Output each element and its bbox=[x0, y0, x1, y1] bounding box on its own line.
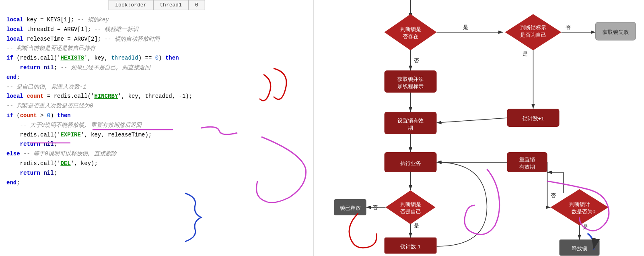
svg-text:执行业务: 执行业务 bbox=[400, 160, 421, 166]
svg-text:判断锁计: 判断锁计 bbox=[569, 201, 590, 207]
svg-text:锁计数+1: 锁计数+1 bbox=[522, 116, 544, 122]
svg-text:否是自己: 否是自己 bbox=[400, 209, 421, 215]
code-line-12: -- 大于0说明不能释放锁, 重置有效期然后返回 bbox=[6, 121, 307, 130]
code-line-1: local key = KEYS[1]; -- 锁的key bbox=[6, 15, 307, 25]
svg-text:判断锁是: 判断锁是 bbox=[400, 201, 421, 207]
code-content: local key = KEYS[1]; -- 锁的key local thre… bbox=[6, 15, 307, 188]
svg-text:获取锁失败: 获取锁失败 bbox=[603, 29, 629, 35]
svg-text:否: 否 bbox=[551, 192, 556, 198]
svg-text:加线程标示: 加线程标示 bbox=[397, 83, 424, 89]
code-line-2: local threadId = ARGV[1]; -- 线程唯一标识 bbox=[6, 25, 307, 35]
node-count-plus: 锁计数+1 bbox=[507, 109, 560, 127]
table-col3: 0 bbox=[188, 0, 205, 10]
code-line-11: if (count > 0) then bbox=[6, 111, 307, 121]
svg-text:是: 是 bbox=[463, 24, 468, 30]
svg-text:锁已释放: 锁已释放 bbox=[339, 205, 361, 211]
node-judge-lock-exists: 判断锁是 否存在 bbox=[385, 14, 437, 50]
code-line-6: return nil; -- 如果已经不是自己, 则直接返回 bbox=[6, 63, 307, 73]
svg-text:否: 否 bbox=[566, 24, 571, 30]
node-get-fail: 获取锁失败 bbox=[596, 22, 636, 40]
node-set-expiry: 设置锁有效 期 bbox=[385, 112, 437, 134]
svg-text:判断锁是: 判断锁是 bbox=[400, 26, 421, 32]
svg-marker-5 bbox=[385, 14, 437, 50]
svg-text:判断锁标示: 判断锁标示 bbox=[520, 25, 546, 31]
svg-text:有效期: 有效期 bbox=[519, 164, 535, 170]
node-lock-released: 锁已释放 bbox=[334, 199, 366, 215]
svg-text:否: 否 bbox=[414, 58, 419, 64]
node-execute-biz: 执行业务 bbox=[385, 152, 437, 172]
node-reset-expiry: 重置锁 有效期 bbox=[507, 152, 547, 172]
code-line-18: end; bbox=[6, 178, 307, 188]
code-panel: lock:order thread1 0 local key = KEYS[1]… bbox=[0, 0, 314, 256]
code-line-4: -- 判断当前锁是否还是被自己持有 bbox=[6, 44, 307, 54]
node-judge-self2: 判断锁是 否是自己 bbox=[386, 190, 436, 224]
lock-table: lock:order thread1 0 bbox=[108, 0, 205, 10]
node-judge-self: 判断锁标示 是否为自己 bbox=[505, 14, 562, 50]
code-line-17: return nil; bbox=[6, 169, 307, 178]
node-get-lock: 获取锁并添 加线程标示 bbox=[385, 70, 437, 93]
table-col1: lock:order bbox=[109, 0, 153, 10]
flowchart-panel: 判断锁是 否存在 否 获取锁并添 加线程标示 设置锁有效 期 执行业务 bbox=[314, 0, 644, 256]
svg-text:设置锁有效: 设置锁有效 bbox=[397, 118, 424, 124]
code-line-16: redis.call('DEL', key); bbox=[6, 159, 307, 169]
svg-text:锁计数-1: 锁计数-1 bbox=[400, 244, 421, 250]
code-line-15: else -- 等于0说明可以释放锁, 直接删除 bbox=[6, 149, 307, 159]
code-line-10: -- 判断是否重入次数是否已经为0 bbox=[6, 101, 307, 111]
svg-text:否存在: 否存在 bbox=[403, 33, 418, 39]
table-col2: thread1 bbox=[153, 0, 189, 10]
code-line-9: local count = redis.call('HINCRBY', key,… bbox=[6, 92, 307, 101]
svg-text:释放锁: 释放锁 bbox=[572, 246, 587, 252]
svg-text:获取锁并添: 获取锁并添 bbox=[397, 76, 424, 82]
code-line-8: -- 是自己的锁, 则重入次数-1 bbox=[6, 83, 307, 92]
svg-text:数是否为0: 数是否为0 bbox=[572, 209, 595, 215]
svg-text:期: 期 bbox=[408, 125, 413, 131]
node-count-minus: 锁计数-1 bbox=[385, 237, 437, 254]
code-line-7: end; bbox=[6, 73, 307, 83]
svg-text:是: 是 bbox=[414, 223, 419, 229]
code-line-5: if (redis.call('HEXISTS', key, threadId)… bbox=[6, 54, 307, 63]
code-line-13: redis.call('EXPIRE', key, releaseTime); bbox=[6, 130, 307, 140]
svg-text:重置锁: 重置锁 bbox=[519, 157, 535, 163]
svg-text:是: 是 bbox=[523, 51, 528, 57]
flowchart-svg: 判断锁是 否存在 否 获取锁并添 加线程标示 设置锁有效 期 执行业务 bbox=[314, 0, 644, 256]
code-line-14: return nil; bbox=[6, 140, 307, 149]
svg-text:是否为自己: 是否为自己 bbox=[520, 32, 546, 38]
svg-marker-21 bbox=[386, 190, 436, 224]
code-line-3: local releaseTime = ARGV[2]; -- 锁的自动释放时间 bbox=[6, 35, 307, 44]
svg-line-41 bbox=[437, 118, 507, 123]
